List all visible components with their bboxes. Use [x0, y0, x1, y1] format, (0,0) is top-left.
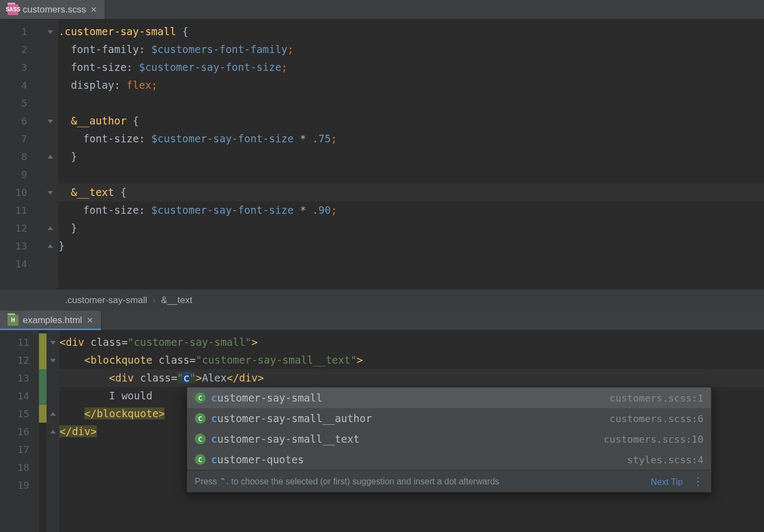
top-tabbar: SASS customers.scss ✕ [0, 0, 764, 19]
line-number: 4 [0, 76, 42, 94]
line-number: 18 [0, 458, 39, 476]
bottom-editor[interactable]: 11 12 13 14 15 16 17 18 19 [0, 330, 764, 532]
top-editor[interactable]: 1 2 3 4 5 6 7 8 9 10 11 12 13 14 [0, 19, 764, 289]
class-icon: C [195, 454, 206, 465]
fold-close-icon[interactable] [42, 148, 58, 166]
line-number: 9 [0, 166, 42, 183]
line-number: 12 [0, 351, 39, 369]
vcs-modified-marker[interactable] [39, 351, 47, 369]
breadcrumb-item[interactable]: &__text [161, 295, 193, 306]
class-icon: C [195, 434, 206, 444]
close-icon[interactable]: ✕ [90, 5, 97, 15]
completion-location: customers.scss:10 [604, 434, 703, 445]
line-number: 7 [0, 130, 42, 148]
code-line[interactable]: font-size: $customer-say-font-size * .75… [58, 130, 764, 148]
sass-file-icon: SASS [8, 4, 18, 15]
line-number: 8 [0, 148, 42, 166]
line-number: 11 [0, 201, 42, 219]
code-line[interactable]: .customer-say-small { [58, 23, 764, 41]
code-line[interactable]: <blockquote class="customer-say-small__t… [60, 351, 764, 369]
line-number: 3 [0, 58, 42, 76]
code-line[interactable]: <div class="customer-say-small"> [60, 333, 764, 351]
completion-popup: Ccustomer-say-small customers.scss:1 Ccu… [187, 387, 712, 492]
fold-open-icon[interactable] [42, 112, 58, 130]
fold-close-icon[interactable] [42, 237, 58, 255]
close-icon[interactable]: ✕ [87, 316, 94, 325]
completion-item[interactable]: Ccustomer-say-small__text customers.scss… [187, 429, 711, 449]
completion-item[interactable]: Ccustomer-say-small__author customers.sc… [187, 408, 711, 429]
top-gutter: 1 2 3 4 5 6 7 8 9 10 11 12 13 14 [0, 19, 42, 289]
bottom-editor-pane: H examples.html ✕ 11 12 13 14 15 16 17 1… [0, 311, 764, 532]
code-line[interactable]: font-family: $customers-font-family; [58, 41, 764, 58]
top-editor-pane: SASS customers.scss ✕ 1 2 3 4 5 6 7 8 9 … [0, 0, 764, 311]
code-line[interactable] [58, 94, 764, 112]
line-number: 13 [0, 369, 39, 387]
vcs-modified-marker[interactable] [39, 333, 47, 351]
fold-open-icon[interactable] [47, 351, 60, 369]
code-line[interactable]: display: flex; [58, 76, 764, 94]
completion-location: customers.scss:6 [610, 413, 703, 424]
code-line[interactable]: font-size: $customer-say-font-size; [58, 58, 764, 76]
vcs-added-marker[interactable] [39, 369, 47, 387]
fold-close-icon[interactable] [42, 219, 58, 237]
line-number: 10 [0, 183, 42, 201]
completion-location: customers.scss:1 [610, 392, 703, 404]
fold-open-icon[interactable] [42, 23, 58, 41]
more-icon[interactable]: ⋮ [693, 475, 703, 487]
completion-item[interactable]: Ccustomer-quotes styles.scss:4 [187, 449, 711, 470]
bottom-fold-column [47, 330, 60, 532]
line-number: 17 [0, 441, 39, 458]
fold-close-icon[interactable] [47, 423, 60, 441]
top-fold-column [42, 19, 58, 289]
code-line[interactable]: } [58, 237, 764, 255]
tab-label: customers.scss [23, 4, 86, 15]
line-number: 14 [0, 387, 39, 405]
vcs-added-marker[interactable] [39, 387, 47, 405]
code-line[interactable]: <div class="c">Alex</div> [60, 369, 764, 387]
breadcrumb: .customer-say-small › &__text [0, 289, 764, 311]
line-number: 2 [0, 41, 42, 58]
completion-location: styles.scss:4 [627, 454, 703, 465]
bottom-tabbar: H examples.html ✕ [0, 311, 764, 330]
vcs-gutter [39, 330, 47, 532]
line-number: 6 [0, 112, 42, 130]
tab-customers-scss[interactable]: SASS customers.scss ✕ [0, 0, 106, 19]
completion-tip-text: Press ⌃. to choose the selected (or firs… [195, 476, 499, 487]
line-number: 13 [0, 237, 42, 255]
fold-open-icon[interactable] [47, 333, 60, 351]
class-icon: C [195, 392, 206, 403]
tab-examples-html[interactable]: H examples.html ✕ [0, 311, 102, 330]
line-number: 5 [0, 94, 42, 112]
code-line[interactable]: font-size: $customer-say-font-size * .90… [58, 201, 764, 219]
code-line[interactable]: } [58, 148, 764, 166]
breadcrumb-item[interactable]: .customer-say-small [65, 295, 147, 306]
tab-label: examples.html [23, 315, 82, 326]
chevron-right-icon: › [153, 295, 156, 306]
line-number: 19 [0, 476, 39, 494]
code-line[interactable]: } [58, 219, 764, 237]
line-number: 15 [0, 405, 39, 423]
bottom-code[interactable]: <div class="customer-say-small"> <blockq… [60, 330, 764, 532]
fold-open-icon[interactable] [42, 183, 58, 201]
code-line[interactable]: &__text { [58, 183, 764, 201]
next-tip-link[interactable]: Next Tip [651, 477, 683, 487]
completion-tip-bar: Press ⌃. to choose the selected (or firs… [187, 470, 711, 492]
line-number: 16 [0, 423, 39, 441]
line-number: 1 [0, 23, 42, 41]
fold-close-icon[interactable] [47, 405, 60, 423]
line-number: 12 [0, 219, 42, 237]
bottom-gutter: 11 12 13 14 15 16 17 18 19 [0, 330, 39, 532]
html-file-icon: H [8, 315, 18, 326]
code-line[interactable] [58, 166, 764, 183]
top-code[interactable]: .customer-say-small { font-family: $cust… [58, 19, 764, 289]
vcs-modified-marker[interactable] [39, 405, 47, 423]
class-icon: C [195, 413, 206, 424]
line-number: 11 [0, 333, 39, 351]
completion-item[interactable]: Ccustomer-say-small customers.scss:1 [187, 387, 711, 408]
code-line[interactable] [58, 255, 764, 273]
line-number: 14 [0, 255, 42, 273]
code-line[interactable]: &__author { [58, 112, 764, 130]
